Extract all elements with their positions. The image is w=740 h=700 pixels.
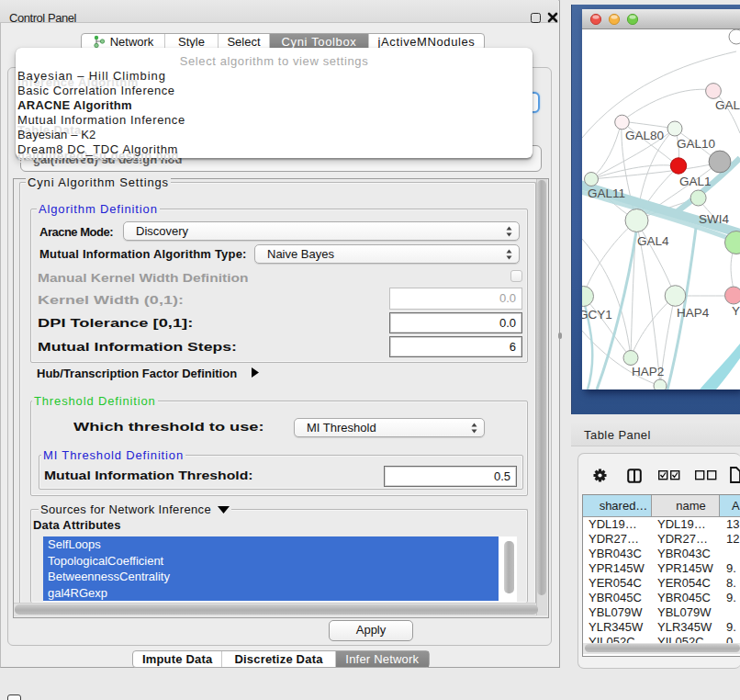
svg-text:GCY1: GCY1 (582, 308, 612, 322)
svg-text:HAP4: HAP4 (677, 306, 710, 320)
svg-text:SWI4: SWI4 (699, 212, 729, 226)
svg-text:GAL10: GAL10 (677, 137, 715, 151)
svg-text:GAL11: GAL11 (588, 186, 625, 200)
svg-text:HAP2: HAP2 (632, 365, 664, 378)
svg-text:Y: Y (732, 304, 740, 318)
svg-text:GAL: GAL (715, 98, 740, 112)
svg-text:GAL4: GAL4 (637, 234, 669, 248)
svg-text:GAL80: GAL80 (625, 129, 664, 142)
svg-text:GAL1: GAL1 (679, 175, 712, 188)
